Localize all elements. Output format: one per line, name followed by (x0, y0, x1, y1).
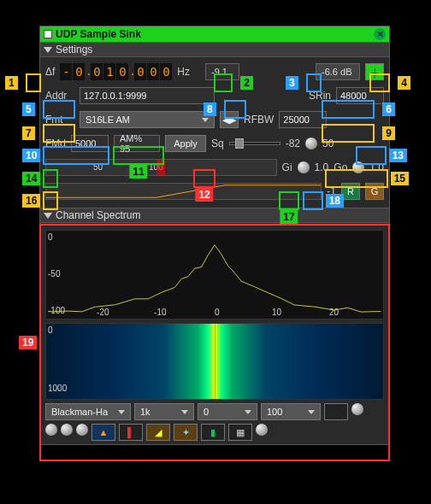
delta-f-label: Δf (45, 66, 55, 78)
row-addr: Addr 127.0.0.1:9999 SRin 48000 (45, 85, 384, 107)
srin-label: SRin (309, 90, 331, 102)
close-icon[interactable]: ✕ (374, 28, 386, 40)
row-fmd: FMd 5000 AM% 95 Apply Sq -82 50 (45, 132, 384, 155)
spectrum-plot[interactable]: 0 -50 -100 -20 -10 0 10 20 (45, 230, 384, 319)
mono-stereo-button[interactable]: ◀▶ (220, 111, 239, 128)
fmt-select[interactable]: S16LE AM (80, 111, 215, 128)
settings-header[interactable]: Settings (40, 42, 389, 57)
channel-ruler[interactable]: 50 100 (45, 159, 277, 176)
intensity-knob[interactable] (351, 403, 363, 415)
center-marker (156, 160, 165, 175)
averaging-select[interactable]: 0 (198, 403, 257, 420)
go-val: 1.0 (369, 161, 384, 173)
freq-digits[interactable]: - 0 . 0 1 0 . 0 0 0 (60, 63, 172, 80)
spectrum-peak-icon[interactable]: ▲ (92, 424, 115, 441)
slope-display[interactable] (45, 183, 322, 200)
spectrum-toolbar-1: Blackman-Ha 1k 0 100 (45, 403, 384, 420)
addr-label: Addr (45, 90, 74, 102)
knob-2[interactable] (61, 424, 73, 436)
sq-slider[interactable] (229, 142, 280, 145)
row-fmt: Fmt S16LE AM ◀▶ RFBW 25000 (45, 108, 384, 131)
sq-label: Sq (211, 138, 224, 149)
sq-gate-knob[interactable] (305, 138, 317, 149)
panel: UDP Sample Sink ✕ Settings Δf - 0 . 0 1 … (39, 26, 390, 445)
gi-val: 1.0 (315, 161, 329, 173)
sq-gate: 50 (322, 138, 334, 149)
go-knob[interactable] (352, 161, 364, 173)
go-label: Go (334, 161, 347, 173)
spectrum-trace (46, 231, 383, 319)
spectrum-fill-icon[interactable]: ◢ (146, 424, 170, 441)
chevron-down-icon (44, 213, 52, 219)
am-pct: AM% 95 (114, 135, 160, 152)
waterfall-center (215, 324, 216, 399)
rfbw-label: RFBW (244, 114, 274, 126)
window-menu-icon[interactable] (44, 30, 52, 38)
fmd-label: FMd (45, 138, 66, 149)
row-ruler: 50 100 Gi 1.0 Go 1.0 (45, 156, 384, 179)
histogram-icon[interactable]: ▌ (119, 424, 143, 441)
waterfall-icon[interactable]: ▮ (201, 424, 225, 441)
antenna-button[interactable]: ⏚ (365, 63, 384, 80)
window-select[interactable]: Blackman-Ha (45, 403, 131, 420)
settings-body: Δf - 0 . 0 1 0 . 0 0 0 Hz -9.1 -6.6 dB ⏚… (40, 57, 389, 208)
chevron-down-icon (44, 47, 52, 53)
atten-readout: -6.6 dB (316, 63, 360, 80)
r-button[interactable]: R (341, 183, 360, 200)
spectrum-label: Channel Spectrum (56, 209, 140, 221)
knob-1[interactable] (45, 424, 57, 436)
fft-size-select[interactable]: 1k (134, 403, 194, 420)
knob-4[interactable] (256, 424, 268, 436)
freq-sign[interactable]: - (60, 63, 72, 80)
spectrum-toolbar-2: ▲ ▌ ◢ ✦ ▮ ▦ (45, 424, 384, 441)
gi-knob[interactable] (298, 161, 310, 173)
gi-label: Gi (282, 161, 292, 173)
rfbw-field[interactable]: 25000 (279, 111, 327, 128)
waterfall-plot[interactable]: 0 1000 (45, 323, 384, 400)
spectrum-body: 0 -50 -100 -20 -10 0 10 20 0 1000 Blackm… (40, 223, 389, 444)
clear-button[interactable] (324, 403, 348, 420)
spectrum-header[interactable]: Channel Spectrum (40, 208, 389, 223)
srin-field[interactable]: 48000 (336, 87, 384, 104)
g-button[interactable]: G (365, 183, 384, 200)
knob-3[interactable] (76, 424, 88, 436)
window-title: UDP Sample Sink (56, 28, 370, 40)
settings-label: Settings (56, 44, 92, 56)
grid-icon[interactable]: ▦ (228, 424, 252, 441)
freq-unit: Hz (177, 66, 190, 78)
slope-val: -1 (327, 185, 336, 197)
title-bar: UDP Sample Sink ✕ (40, 26, 389, 42)
fmt-label: Fmt (45, 114, 74, 126)
power-readout: -9.1 (205, 63, 239, 80)
sq-db: -82 (286, 138, 300, 149)
waterfall-cursor-icon[interactable]: ✦ (174, 424, 198, 441)
ref-select[interactable]: 100 (261, 403, 321, 420)
addr-field[interactable]: 127.0.0.1:9999 (80, 87, 215, 104)
row-slope: -1 R G (45, 180, 384, 202)
apply-button[interactable]: Apply (165, 135, 206, 152)
row-freq: Δf - 0 . 0 1 0 . 0 0 0 Hz -9.1 -6.6 dB ⏚ (45, 61, 384, 83)
fmd-field[interactable]: 5000 (71, 135, 109, 152)
